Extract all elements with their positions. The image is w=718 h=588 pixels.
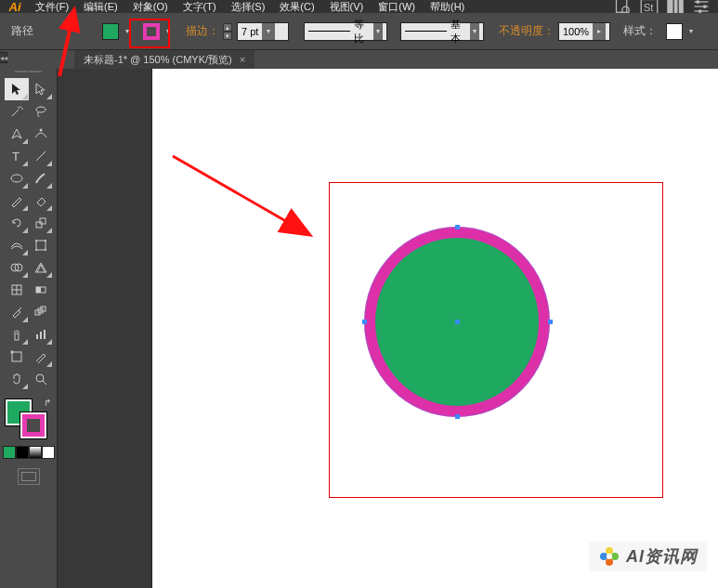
stroke-dropdown[interactable]: ▾	[163, 23, 173, 40]
symbol-sprayer-tool[interactable]	[5, 323, 29, 346]
pen-tool[interactable]	[5, 123, 29, 145]
profile-drop[interactable]: ▾	[373, 23, 384, 40]
mesh-tool[interactable]	[5, 279, 29, 301]
line-tool[interactable]	[29, 145, 53, 167]
svg-text:T: T	[12, 150, 20, 163]
sel-handle-w[interactable]	[362, 320, 367, 324]
toolbox-grip[interactable]	[0, 71, 57, 76]
svg-rect-40	[12, 352, 21, 361]
brush-select[interactable]: 基本 ▾	[400, 22, 484, 41]
stroke-color-box[interactable]	[20, 412, 46, 438]
opacity-field[interactable]: 100% ▸	[558, 22, 610, 41]
magic-wand-tool[interactable]	[5, 100, 29, 123]
menu-window[interactable]: 窗口(W)	[371, 0, 423, 13]
arrange-icon[interactable]	[666, 0, 685, 13]
svg-line-17	[36, 151, 46, 161]
lasso-tool[interactable]	[29, 100, 53, 123]
svg-rect-21	[36, 241, 46, 250]
menu-view[interactable]: 视图(V)	[322, 0, 372, 13]
svg-rect-39	[44, 330, 46, 339]
color-mini-4[interactable]	[42, 446, 55, 459]
width-tool[interactable]	[5, 234, 29, 256]
document-tab[interactable]: 未标题-1* @ 150% (CMYK/预览) ×	[74, 50, 255, 69]
svg-rect-36	[15, 333, 19, 340]
svg-line-44	[43, 381, 46, 385]
document-tab-title: 未标题-1* @ 150% (CMYK/预览)	[84, 53, 232, 67]
search-doc-icon[interactable]	[614, 0, 633, 13]
svg-point-50	[607, 554, 612, 559]
sel-handle-e[interactable]	[548, 320, 553, 324]
pencil-tool[interactable]	[5, 189, 29, 212]
close-tab-icon[interactable]: ×	[240, 54, 245, 65]
shape-builder-tool[interactable]	[5, 256, 29, 279]
style-swatch[interactable]	[666, 23, 683, 40]
canvas-area[interactable]: AI资讯网	[152, 69, 718, 588]
swap-fill-stroke-icon[interactable]: ↱	[44, 398, 51, 408]
slice-tool[interactable]	[29, 346, 53, 368]
style-label: 样式：	[623, 23, 657, 39]
blend-tool[interactable]	[29, 301, 53, 323]
rotate-tool[interactable]	[5, 212, 29, 234]
stroke-weight-value: 7 pt	[242, 26, 258, 37]
stock-icon[interactable]: St	[640, 0, 659, 13]
svg-point-47	[611, 553, 619, 560]
perspective-grid-tool[interactable]	[29, 256, 53, 279]
curvature-tool[interactable]	[29, 123, 53, 145]
menu-object[interactable]: 对象(O)	[125, 0, 176, 13]
brush-drop[interactable]: ▾	[470, 23, 480, 40]
paintbrush-tool[interactable]	[29, 167, 53, 189]
artboard-tool[interactable]	[5, 346, 29, 368]
stroke-weight-field[interactable]: 7 pt ▾	[237, 22, 289, 41]
stroke-label: 描边：	[186, 23, 219, 39]
ellipse-tool[interactable]	[5, 167, 29, 189]
watermark: AI资讯网	[589, 542, 707, 571]
fill-swatch[interactable]	[102, 23, 119, 40]
menu-type[interactable]: 文字(T)	[176, 0, 224, 13]
screen-mode-button[interactable]	[18, 468, 40, 485]
svg-rect-37	[36, 334, 38, 339]
eyedropper-tool[interactable]	[5, 301, 29, 323]
brush-label: 基本	[450, 18, 466, 46]
svg-rect-32	[36, 287, 41, 293]
stroke-weight-spinner[interactable]: ▴▾	[223, 23, 232, 40]
scale-tool[interactable]	[29, 212, 53, 234]
sel-handle-s[interactable]	[455, 414, 460, 419]
svg-point-49	[600, 553, 607, 560]
style-drop[interactable]: ▾	[686, 23, 696, 40]
width-profile-select[interactable]: 等比 ▾	[304, 22, 387, 41]
stroke-swatch[interactable]	[143, 23, 160, 40]
type-tool[interactable]: T	[5, 145, 29, 167]
svg-point-11	[696, 0, 699, 4]
menu-edit[interactable]: 编辑(E)	[76, 0, 125, 13]
control-bar: 路径 ▾ ▾ 描边： ▴▾ 7 pt ▾ 等比 ▾ 基本 ▾ 不透明度： 100…	[0, 13, 718, 50]
direct-selection-tool[interactable]	[29, 78, 53, 100]
eraser-tool[interactable]	[29, 189, 53, 212]
opacity-label: 不透明度：	[499, 23, 555, 39]
column-graph-tool[interactable]	[29, 323, 53, 346]
opacity-drop[interactable]: ▸	[593, 23, 606, 40]
stroke-weight-drop[interactable]: ▾	[262, 23, 275, 40]
watermark-text: AI资讯网	[626, 545, 698, 568]
color-mini-2[interactable]	[16, 446, 29, 459]
sel-center-point[interactable]	[455, 320, 460, 324]
menu-effect[interactable]: 效果(C)	[272, 0, 321, 13]
toolbox-panel: T	[0, 69, 58, 588]
sel-handle-n[interactable]	[455, 225, 460, 229]
menu-help[interactable]: 帮助(H)	[423, 0, 472, 13]
free-transform-tool[interactable]	[29, 234, 53, 256]
flower-icon	[598, 545, 620, 568]
menu-file[interactable]: 文件(F)	[28, 0, 76, 13]
svg-point-43	[36, 374, 44, 382]
fill-dropdown[interactable]: ▾	[123, 23, 132, 40]
svg-rect-19	[36, 222, 42, 228]
settings-icon[interactable]	[692, 0, 711, 13]
gradient-tool[interactable]	[29, 279, 53, 301]
svg-line-45	[173, 156, 308, 234]
menu-select[interactable]: 选择(S)	[224, 0, 273, 13]
color-mini-1[interactable]	[3, 446, 16, 459]
color-mini-3[interactable]	[29, 446, 42, 459]
zoom-tool[interactable]	[29, 368, 53, 390]
hand-tool[interactable]	[5, 368, 29, 390]
selection-tool[interactable]	[5, 78, 29, 100]
panel-collapse-tab[interactable]: ◂◂	[0, 52, 7, 63]
